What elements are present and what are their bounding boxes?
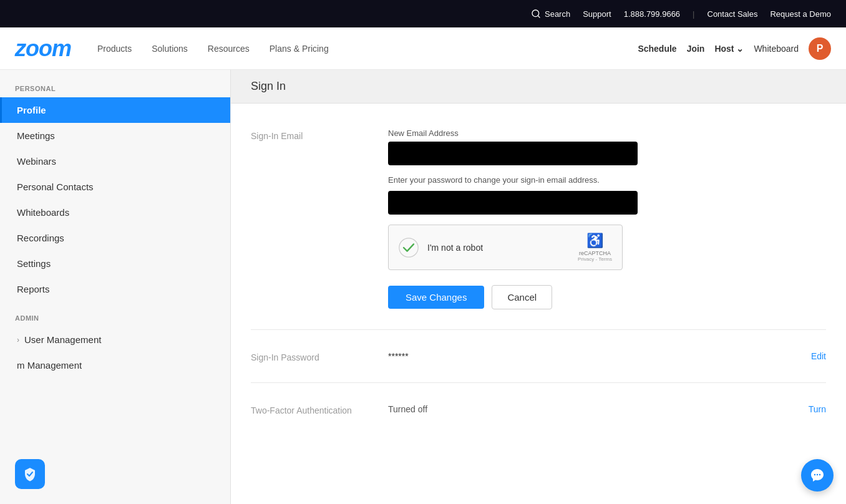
top-bar: Search Support 1.888.799.9666 | Contact … <box>0 0 846 27</box>
admin-section-label: ADMIN <box>0 314 230 327</box>
search-label: Search <box>545 9 570 19</box>
tfa-section: Two-Factor Authentication Turned off Tur… <box>251 403 826 415</box>
content-body: Sign-In Email New Email Address Enter yo… <box>231 104 846 440</box>
chat-icon <box>810 468 825 483</box>
tfa-label: Two-Factor Authentication <box>251 403 363 415</box>
sidebar-item-personal-contacts[interactable]: Personal Contacts <box>0 174 230 200</box>
chat-button[interactable] <box>801 459 834 492</box>
nav-whiteboard[interactable]: Whiteboard <box>754 44 799 54</box>
recaptcha-brand: reCAPTCHA <box>579 250 611 256</box>
arrow-icon: › <box>17 336 19 344</box>
new-email-input[interactable] <box>388 142 638 165</box>
divider: | <box>693 9 694 19</box>
sign-in-header: Sign In <box>231 70 846 104</box>
sidebar: PERSONAL Profile Meetings Webinars Perso… <box>0 70 231 504</box>
sidebar-item-whiteboards[interactable]: Whiteboards <box>0 200 230 225</box>
nav-join[interactable]: Join <box>687 44 705 54</box>
sidebar-item-profile[interactable]: Profile <box>0 97 230 123</box>
password-hint: Enter your password to change your sign-… <box>388 175 826 185</box>
password-section: Sign-In Password ****** Edit <box>251 350 826 383</box>
shield-check-icon <box>22 467 37 482</box>
main-content: Sign In Sign-In Email New Email Address … <box>231 70 846 504</box>
sidebar-item-reports[interactable]: Reports <box>0 276 230 302</box>
confirm-password-input[interactable] <box>388 191 638 215</box>
security-badge[interactable] <box>15 459 45 489</box>
personal-section-label: PERSONAL <box>0 85 230 97</box>
request-demo-link[interactable]: Request a Demo <box>770 9 831 19</box>
sidebar-item-settings[interactable]: Settings <box>0 251 230 276</box>
sidebar-item-meetings[interactable]: Meetings <box>0 123 230 148</box>
user-avatar[interactable]: P <box>809 37 831 60</box>
tfa-value: Turned off <box>388 404 784 414</box>
nav-right: Schedule Join Host ⌄ Whiteboard P <box>638 37 831 60</box>
nav-plans-pricing[interactable]: Plans & Pricing <box>261 39 338 59</box>
recaptcha-logo-icon: ♿ <box>586 233 603 249</box>
email-fields: New Email Address Enter your password to… <box>388 128 826 309</box>
svg-point-4 <box>817 474 818 475</box>
zoom-logo[interactable]: zoom <box>15 36 71 62</box>
password-edit-link[interactable]: Edit <box>811 351 826 361</box>
email-label: Sign-In Email <box>251 128 363 141</box>
svg-point-3 <box>814 474 815 475</box>
recaptcha-widget[interactable]: I'm not a robot ♿ reCAPTCHA Privacy - Te… <box>388 225 623 270</box>
sidebar-item-recordings[interactable]: Recordings <box>0 225 230 251</box>
recaptcha-label: I'm not a robot <box>427 243 483 253</box>
nav-schedule[interactable]: Schedule <box>638 44 676 54</box>
nav-resources[interactable]: Resources <box>199 39 258 59</box>
main-nav: zoom Products Solutions Resources Plans … <box>0 27 846 70</box>
recaptcha-checkmark-icon <box>399 238 419 258</box>
password-label: Sign-In Password <box>251 350 363 362</box>
recaptcha-links: Privacy - Terms <box>578 256 612 262</box>
contact-sales-link[interactable]: Contact Sales <box>707 9 758 19</box>
layout: PERSONAL Profile Meetings Webinars Perso… <box>0 70 846 504</box>
sidebar-item-m-management[interactable]: m Management <box>0 352 230 378</box>
svg-point-5 <box>819 474 820 475</box>
new-email-label: New Email Address <box>388 128 826 138</box>
support-link[interactable]: Support <box>583 9 611 19</box>
password-value: ****** <box>388 351 786 361</box>
sidebar-item-webinars[interactable]: Webinars <box>0 148 230 174</box>
sidebar-item-user-management[interactable]: › User Management <box>0 327 230 352</box>
nav-host[interactable]: Host ⌄ <box>714 44 744 54</box>
action-buttons: Save Changes Cancel <box>388 285 826 309</box>
nav-solutions[interactable]: Solutions <box>143 39 197 59</box>
nav-products[interactable]: Products <box>89 39 140 59</box>
email-section: Sign-In Email New Email Address Enter yo… <box>251 128 826 330</box>
nav-links: Products Solutions Resources Plans & Pri… <box>89 39 638 59</box>
save-changes-button[interactable]: Save Changes <box>388 286 484 309</box>
cancel-button[interactable]: Cancel <box>492 285 552 309</box>
search-icon <box>531 9 541 19</box>
phone-number: 1.888.799.9666 <box>624 9 680 19</box>
search-button[interactable]: Search <box>531 9 570 19</box>
tfa-action-link[interactable]: Turn <box>809 404 826 414</box>
svg-point-2 <box>399 238 418 256</box>
svg-line-1 <box>538 16 540 17</box>
